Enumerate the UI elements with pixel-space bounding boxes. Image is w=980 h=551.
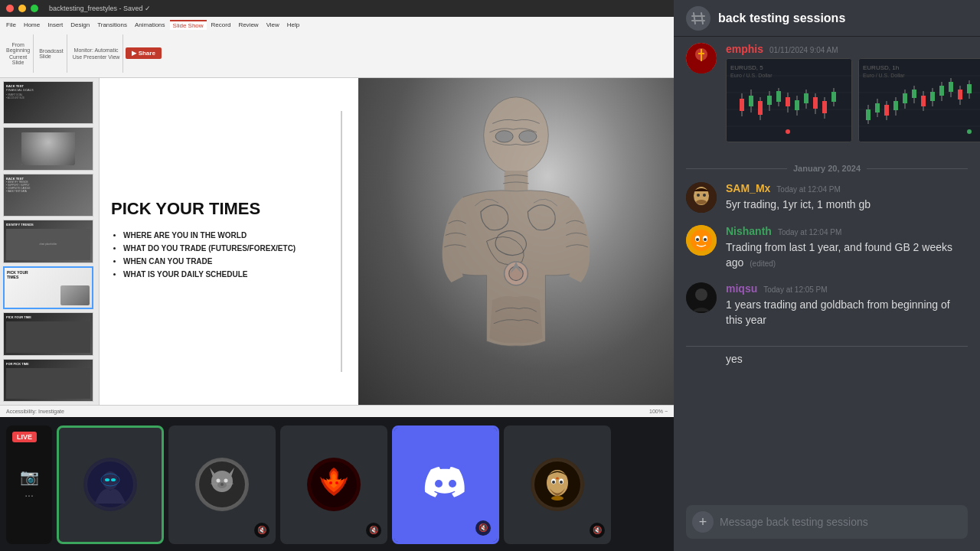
- camera-icon: 📷 ···: [20, 468, 39, 501]
- svg-point-26: [547, 470, 568, 496]
- left-panel: backtesting_freestyles - Saved ✓ File Ho…: [0, 0, 674, 551]
- avatar-miqsu: [686, 282, 717, 313]
- video-tile-1: [57, 425, 164, 544]
- svg-point-109: [696, 238, 699, 241]
- ribbon-tab-animations[interactable]: Animations: [132, 21, 168, 29]
- timestamp-nishanth: Today at 12:04 PM: [778, 228, 841, 236]
- slide-thumb-7[interactable]: FOR PICK TIME: [3, 359, 93, 402]
- avatar-shiva: [531, 458, 584, 511]
- svg-point-24: [449, 480, 456, 487]
- divider-line-left: [686, 168, 787, 169]
- svg-point-16: [220, 483, 224, 486]
- svg-text:Euro / U.S. Dollar: Euro / U.S. Dollar: [730, 73, 773, 78]
- svg-point-13: [217, 479, 220, 483]
- ribbon-tab-help[interactable]: Help: [284, 21, 302, 29]
- message-input-box: +: [686, 505, 968, 539]
- message-input-area: +: [674, 505, 980, 551]
- chart-eurusd-5: EURUSD, 5 Euro / U.S. Dollar: [726, 58, 852, 142]
- svg-rect-88: [921, 96, 926, 106]
- svg-point-110: [704, 238, 707, 241]
- ribbon-tab-design[interactable]: Design: [67, 21, 93, 29]
- message-miqsu: miqsu Today at 12:05 PM 1 years trading …: [686, 282, 968, 328]
- bullet-4: WHAT IS YOUR DAILY SCHEDULE: [123, 270, 347, 279]
- svg-rect-64: [822, 101, 827, 113]
- message-text-miqsu: 1 years trading and goldbach from beginn…: [726, 298, 968, 328]
- slide-thumb-6[interactable]: PICK YOUR TIME: [3, 312, 93, 355]
- svg-text:EURUSD, 1h: EURUSD, 1h: [863, 64, 899, 71]
- message-content-sam: SAM_Mx Today at 12:04 PM 5yr trading, 1y…: [726, 182, 968, 213]
- window-title: backtesting_freestyles - Saved ✓: [49, 5, 151, 12]
- dots-icon: ···: [24, 489, 34, 501]
- ribbon-tab-record[interactable]: Record: [208, 21, 234, 29]
- messages-area[interactable]: emphis 01/11/2024 9:04 AM: [674, 37, 980, 505]
- message-input[interactable]: [720, 516, 962, 528]
- username-emphis: emphis: [726, 43, 763, 55]
- svg-text:Euro / U.S. Dollar: Euro / U.S. Dollar: [863, 73, 905, 78]
- ppt-ribbon: File Home Insert Design Transitions Anim…: [0, 17, 674, 78]
- avatar-wolf: [195, 458, 249, 511]
- svg-point-32: [551, 496, 564, 500]
- bullet-3: WHEN CAN YOU TRADE: [123, 257, 347, 266]
- right-panel: back testing sessions emphis 01/11: [674, 0, 980, 551]
- svg-rect-76: [866, 109, 871, 120]
- svg-rect-60: [804, 93, 808, 103]
- ribbon-tab-slideshow[interactable]: Slide Show: [170, 20, 207, 30]
- svg-point-103: [703, 194, 706, 197]
- ribbon-tab-review[interactable]: Review: [235, 21, 261, 29]
- presentation-area: backtesting_freestyles - Saved ✓ File Ho…: [0, 0, 674, 417]
- ribbon-tab-insert[interactable]: Insert: [44, 21, 66, 29]
- maximize-btn[interactable]: [31, 5, 38, 12]
- minimize-btn[interactable]: [18, 5, 26, 12]
- chart-svg-2: EURUSD, 1h Euro / U.S. Dollar: [859, 59, 980, 142]
- ribbon-tab-home[interactable]: Home: [21, 21, 43, 29]
- video-tile-discord: 🔇: [392, 425, 499, 544]
- add-attachment-button[interactable]: +: [692, 511, 714, 533]
- divider-line-miqsu: [686, 346, 968, 347]
- figure-svg: [390, 94, 642, 388]
- timestamp-sam: Today at 12:04 PM: [776, 185, 840, 194]
- slide-right-image: [358, 78, 675, 405]
- svg-rect-54: [776, 91, 781, 102]
- message-content-emphis: emphis 01/11/2024 9:04 AM: [726, 43, 980, 142]
- ribbon-tab-view[interactable]: View: [263, 21, 283, 29]
- ribbon-tab-file[interactable]: File: [3, 21, 19, 29]
- status-text: Accessibility: Investigate: [6, 409, 64, 414]
- svg-point-106: [691, 230, 712, 251]
- svg-point-104: [696, 200, 707, 204]
- svg-text:EURUSD, 5: EURUSD, 5: [730, 64, 763, 71]
- message-emphis: emphis 01/11/2024 9:04 AM: [686, 43, 968, 142]
- ribbon-tab-transitions[interactable]: Transitions: [94, 21, 130, 29]
- svg-point-30: [560, 481, 563, 484]
- avatar-nishanth: [686, 225, 717, 256]
- svg-point-2: [519, 131, 537, 142]
- slide-thumb-2[interactable]: [3, 127, 93, 170]
- svg-rect-52: [767, 96, 772, 105]
- channel-name: back testing sessions: [718, 11, 845, 25]
- svg-point-9: [111, 478, 116, 481]
- slide-thumb-3[interactable]: BACK TEST • IDENTIFY TRENDS • SUPPORT / …: [3, 174, 93, 217]
- svg-rect-84: [903, 93, 907, 103]
- svg-rect-58: [795, 100, 799, 110]
- svg-point-99: [967, 129, 972, 134]
- message-nishanth: Nishanth Today at 12:04 PM Trading from …: [686, 225, 968, 270]
- message-header-sam: SAM_Mx Today at 12:04 PM: [726, 182, 968, 194]
- message-sam: SAM_Mx Today at 12:04 PM 5yr trading, 1y…: [686, 182, 968, 213]
- slide-panel: BACK TEST FINANCIAL GOALS • SMART GOAL •…: [0, 78, 100, 405]
- message-content-miqsu: miqsu Today at 12:05 PM 1 years trading …: [726, 282, 968, 328]
- bullet-1: WHERE ARE YOU IN THE WORLD: [123, 231, 347, 240]
- ribbon-content: FromBeginning CurrentSlide BroadcastSlid…: [3, 31, 671, 76]
- svg-point-29: [552, 481, 555, 484]
- svg-rect-82: [893, 101, 898, 110]
- close-btn[interactable]: [6, 5, 14, 12]
- slide-bullets: WHERE ARE YOU IN THE WORLD WHAT DO YOU T…: [111, 231, 347, 283]
- svg-rect-62: [813, 97, 818, 109]
- slide-thumb-1[interactable]: BACK TEST FINANCIAL GOALS • SMART GOAL •…: [3, 81, 93, 124]
- edited-badge: (edited): [750, 259, 776, 268]
- bullet-2: WHAT DO YOU TRADE (FUTURES/FOREX/ETC): [123, 244, 347, 253]
- svg-rect-78: [875, 103, 880, 112]
- svg-rect-98: [967, 84, 972, 93]
- slide-thumb-4[interactable]: IDENTIFY TRENDS chart placeholder: [3, 220, 93, 262]
- chart-eurusd-1h: EURUSD, 1h Euro / U.S. Dollar: [858, 58, 980, 142]
- slide-thumb-5[interactable]: PICK YOUR TIMES: [3, 266, 93, 310]
- svg-point-5: [509, 267, 523, 281]
